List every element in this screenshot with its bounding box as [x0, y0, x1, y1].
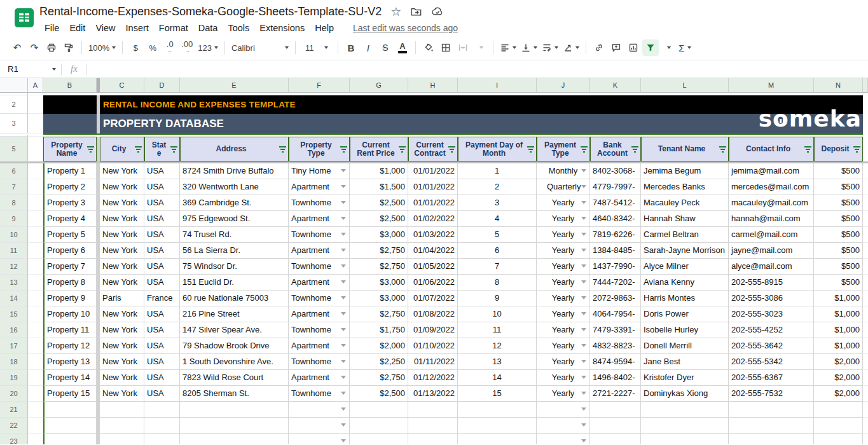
dropdown-arrow-icon[interactable] [581, 312, 586, 315]
cell[interactable] [408, 418, 458, 434]
table-column-header[interactable]: Contact Info [729, 137, 814, 161]
column-header[interactable]: M [729, 78, 814, 93]
cell[interactable]: Property 2 [43, 179, 97, 195]
filter-button[interactable] [581, 146, 588, 153]
cell[interactable]: Property 1 [43, 163, 97, 179]
cell[interactable]: USA [144, 306, 180, 322]
cell[interactable]: hannah@mail.com [729, 211, 814, 227]
cell[interactable]: 1 South Devonshire Ave. [180, 354, 289, 370]
menu-edit[interactable]: Edit [64, 23, 90, 33]
column-header[interactable]: E [180, 78, 289, 93]
cell[interactable]: Townhome [289, 291, 350, 306]
cell[interactable] [289, 402, 350, 418]
dropdown-arrow-icon[interactable] [581, 280, 586, 284]
cell[interactable] [590, 434, 641, 444]
cell[interactable]: Yearly [537, 354, 590, 370]
cell[interactable]: Property 14 [43, 370, 97, 386]
filter-button[interactable] [853, 146, 860, 153]
cell[interactable]: Quarterly [537, 179, 590, 195]
cell[interactable] [28, 386, 43, 402]
cell[interactable]: 2 [458, 179, 537, 195]
filter-button[interactable] [719, 146, 726, 153]
cell[interactable]: Yearly [537, 195, 590, 211]
cell[interactable]: Monthly [537, 163, 590, 179]
cell[interactable]: 01/03/2022 [408, 227, 458, 243]
cell[interactable]: $2,750 [350, 370, 408, 386]
cell[interactable]: 4640-8342- [590, 211, 641, 227]
cell[interactable]: carmel@mail.com [729, 227, 814, 243]
cell[interactable]: 01/13/2022 [408, 386, 458, 402]
cell[interactable]: Property 15 [43, 386, 97, 402]
dropdown-arrow-icon[interactable] [581, 344, 586, 347]
cell[interactable] [28, 179, 43, 195]
cell[interactable]: 13 [458, 354, 537, 370]
filter-button[interactable] [448, 146, 455, 153]
cell[interactable]: USA [144, 338, 180, 354]
cell[interactable]: 01/10/2022 [408, 338, 458, 354]
row-header[interactable]: 12 [0, 259, 28, 275]
menu-data[interactable]: Data [193, 23, 223, 33]
cell[interactable]: New York [100, 195, 144, 211]
filter-button[interactable] [170, 146, 177, 153]
dropdown-arrow-icon[interactable] [581, 249, 586, 252]
cell[interactable]: 2072-9863- [590, 291, 641, 306]
sheets-logo[interactable] [9, 0, 39, 36]
cell[interactable]: 8474-9594- [590, 354, 641, 370]
cell[interactable]: 202-555-6367 [729, 370, 814, 386]
cell[interactable] [28, 338, 43, 354]
dropdown-arrow-icon[interactable] [341, 328, 346, 331]
cell[interactable]: USA [144, 211, 180, 227]
cell[interactable]: 6 [458, 243, 537, 259]
merge-options-button[interactable] [472, 39, 488, 56]
cell[interactable]: 79 Shadow Brook Drive [180, 338, 289, 354]
cell[interactable]: 1496-8402- [590, 370, 641, 386]
cell[interactable]: Yearly [537, 211, 590, 227]
cell[interactable]: Townhome [289, 386, 350, 402]
table-column-header[interactable]: Property Name [43, 137, 97, 161]
cell[interactable]: 4 [458, 211, 537, 227]
insert-chart-button[interactable] [625, 39, 642, 56]
row-header[interactable]: 13 [0, 275, 28, 291]
column-header[interactable]: D [144, 78, 180, 93]
cell[interactable]: 5 [458, 227, 537, 243]
dropdown-arrow-icon[interactable] [341, 169, 346, 172]
filter-button[interactable] [399, 146, 406, 153]
row-header[interactable]: 18 [0, 354, 28, 370]
menu-extensions[interactable]: Extensions [254, 23, 310, 33]
cell[interactable]: 2721-2227- [590, 386, 641, 402]
cloud-saved-icon[interactable] [431, 5, 444, 18]
cell[interactable]: jemima@mail.com [729, 163, 814, 179]
cell[interactable]: Yearly [537, 386, 590, 402]
cell[interactable]: Yearly [537, 243, 590, 259]
column-header[interactable]: A [28, 78, 43, 93]
table-column-header[interactable]: Payment Day of Month [458, 137, 537, 161]
cell[interactable]: Townhome [289, 322, 350, 338]
cell[interactable] [28, 227, 43, 243]
cell[interactable]: 975 Edgewood St. [180, 211, 289, 227]
cell[interactable]: $500 [814, 163, 863, 179]
row-header[interactable]: 21 [0, 402, 28, 418]
cell[interactable]: 01/01/2022 [408, 163, 458, 179]
dropdown-arrow-icon[interactable] [581, 169, 586, 172]
cell[interactable]: mercedes@mail.com [729, 179, 814, 195]
cell[interactable]: 1 [458, 163, 537, 179]
row-header[interactable]: 23 [0, 434, 28, 444]
cell[interactable]: Tiny Home [289, 163, 350, 179]
cell[interactable]: Yearly [537, 275, 590, 291]
cell[interactable]: New York [100, 259, 144, 275]
filter-button[interactable] [340, 146, 347, 153]
table-column-header[interactable]: Address [180, 137, 289, 161]
cell[interactable] [641, 402, 729, 418]
cell[interactable]: 320 Wentworth Lane [180, 179, 289, 195]
row-header[interactable]: 9 [0, 211, 28, 227]
cell[interactable]: alyce@mail.com [729, 259, 814, 275]
row-header[interactable]: 14 [0, 291, 28, 306]
cell[interactable]: USA [144, 163, 180, 179]
dropdown-arrow-icon[interactable] [341, 264, 346, 268]
cell[interactable]: 4064-7954- [590, 306, 641, 322]
cell[interactable]: $2,750 [350, 306, 408, 322]
row-header[interactable]: 11 [0, 243, 28, 259]
filter-button[interactable] [135, 146, 142, 153]
move-to-folder-icon[interactable] [410, 6, 422, 18]
cell[interactable]: New York [100, 370, 144, 386]
